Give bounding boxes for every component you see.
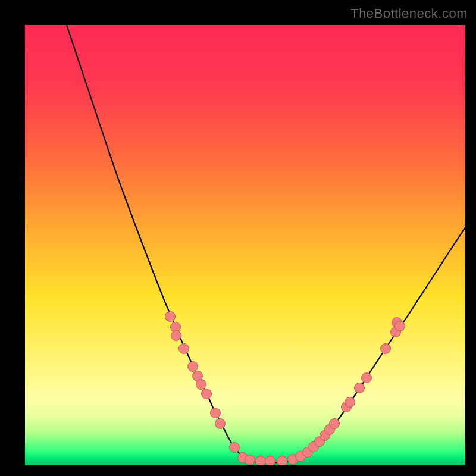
highlight-dot — [202, 389, 212, 399]
highlight-dot — [330, 419, 340, 429]
chart-frame: TheBottleneck.com — [0, 0, 476, 476]
highlight-dot — [165, 312, 176, 322]
watermark-text: TheBottleneck.com — [350, 6, 468, 21]
dots-layer — [25, 25, 465, 465]
highlight-dot — [188, 362, 198, 372]
highlight-dot — [395, 321, 405, 331]
highlight-dot — [265, 456, 275, 466]
highlight-dot — [245, 455, 255, 465]
highlight-dot — [179, 344, 189, 354]
highlight-dots — [165, 312, 405, 466]
highlight-dot — [256, 456, 266, 466]
highlight-dot — [215, 419, 226, 429]
highlight-dot — [345, 397, 355, 408]
highlight-dot — [381, 344, 391, 354]
highlight-dot — [277, 456, 287, 466]
highlight-dot — [171, 331, 181, 341]
plot-area — [25, 25, 465, 465]
highlight-dot — [362, 373, 372, 383]
highlight-dot — [196, 380, 206, 390]
highlight-dot — [211, 408, 221, 418]
highlight-dot — [230, 443, 240, 453]
highlight-dot — [355, 383, 365, 393]
